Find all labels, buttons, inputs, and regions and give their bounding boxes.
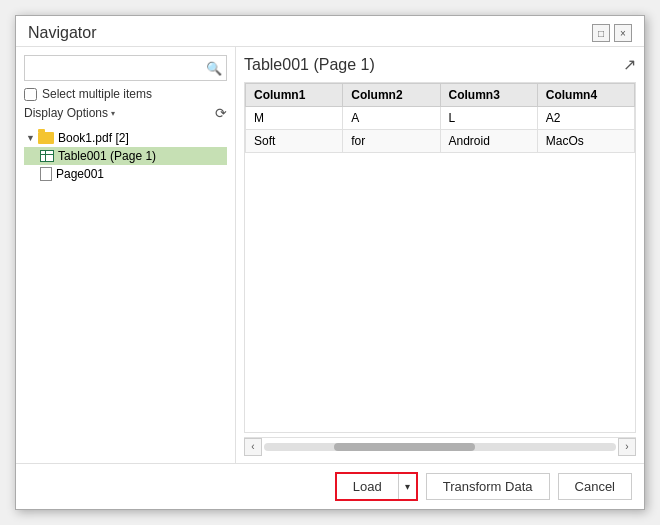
search-icon: 🔍 (206, 61, 222, 76)
search-box[interactable]: 🔍 (24, 55, 227, 81)
table-cell: L (440, 107, 537, 130)
refresh-icon: ⟳ (215, 105, 227, 121)
tree-table-item[interactable]: Table001 (Page 1) (24, 147, 227, 165)
table-row: SoftforAndroidMacOs (246, 130, 635, 153)
chevron-down-icon: ▾ (111, 109, 115, 118)
search-input[interactable] (25, 59, 202, 77)
table-cell: Soft (246, 130, 343, 153)
load-dropdown-button[interactable]: ▾ (398, 474, 416, 499)
right-panel: Table001 (Page 1) ↗ Column1Column2Column… (236, 47, 644, 463)
cancel-button[interactable]: Cancel (558, 473, 632, 500)
table-cell: for (343, 130, 440, 153)
transform-data-button[interactable]: Transform Data (426, 473, 550, 500)
display-options-row: Display Options ▾ ⟳ (24, 105, 227, 121)
select-multiple-label: Select multiple items (42, 87, 152, 101)
tree-container: ▼ Book1.pdf [2] Table001 (Page 1) (24, 129, 227, 463)
tree-page-label: Page001 (56, 167, 104, 181)
external-link-icon: ↗ (623, 56, 636, 73)
table-row: MALA2 (246, 107, 635, 130)
close-button[interactable]: × (614, 24, 632, 42)
preview-header: Table001 (Page 1) ↗ (244, 55, 636, 74)
folder-icon (38, 132, 54, 144)
tree-root-item[interactable]: ▼ Book1.pdf [2] (24, 129, 227, 147)
horizontal-scrollbar[interactable]: ‹ › (244, 437, 636, 455)
refresh-button[interactable]: ⟳ (215, 105, 227, 121)
select-multiple-checkbox[interactable] (24, 88, 37, 101)
tree-page-item[interactable]: Page001 (24, 165, 227, 183)
left-panel: 🔍 Select multiple items Display Options … (16, 47, 236, 463)
column-header: Column3 (440, 84, 537, 107)
load-button[interactable]: Load (337, 474, 398, 499)
table-body: MALA2SoftforAndroidMacOs (246, 107, 635, 153)
table-header: Column1Column2Column3Column4 (246, 84, 635, 107)
dialog-title: Navigator (28, 24, 96, 42)
scroll-left-button[interactable]: ‹ (244, 438, 262, 456)
display-options-label: Display Options (24, 106, 108, 120)
column-header: Column4 (537, 84, 634, 107)
scroll-right-button[interactable]: › (618, 438, 636, 456)
preview-table: Column1Column2Column3Column4 MALA2Softfo… (245, 83, 635, 153)
collapse-arrow-icon: ▼ (26, 133, 36, 143)
left-arrow-icon: ‹ (251, 441, 254, 452)
scroll-thumb[interactable] (334, 443, 475, 451)
right-arrow-icon: › (625, 441, 628, 452)
scroll-track (264, 443, 616, 451)
maximize-button[interactable]: □ (592, 24, 610, 42)
tree-root-label: Book1.pdf [2] (58, 131, 129, 145)
title-bar-controls: □ × (592, 24, 632, 42)
column-header: Column2 (343, 84, 440, 107)
tree-table-label: Table001 (Page 1) (58, 149, 156, 163)
load-button-group: Load ▾ (335, 472, 418, 501)
table-icon (40, 150, 54, 162)
search-button[interactable]: 🔍 (202, 56, 226, 80)
table-cell: A (343, 107, 440, 130)
table-cell: MacOs (537, 130, 634, 153)
column-header: Column1 (246, 84, 343, 107)
dialog-body: 🔍 Select multiple items Display Options … (16, 46, 644, 463)
dialog-footer: Load ▾ Transform Data Cancel (16, 463, 644, 509)
table-wrapper: Column1Column2Column3Column4 MALA2Softfo… (244, 82, 636, 433)
table-header-row: Column1Column2Column3Column4 (246, 84, 635, 107)
select-multiple-row: Select multiple items (24, 87, 227, 101)
display-options-button[interactable]: Display Options ▾ (24, 106, 115, 120)
title-bar: Navigator □ × (16, 16, 644, 46)
table-cell: A2 (537, 107, 634, 130)
preview-title: Table001 (Page 1) (244, 56, 375, 74)
table-cell: M (246, 107, 343, 130)
table-cell: Android (440, 130, 537, 153)
navigator-dialog: Navigator □ × 🔍 Select multiple items (15, 15, 645, 510)
page-icon (40, 167, 52, 181)
preview-external-button[interactable]: ↗ (623, 55, 636, 74)
